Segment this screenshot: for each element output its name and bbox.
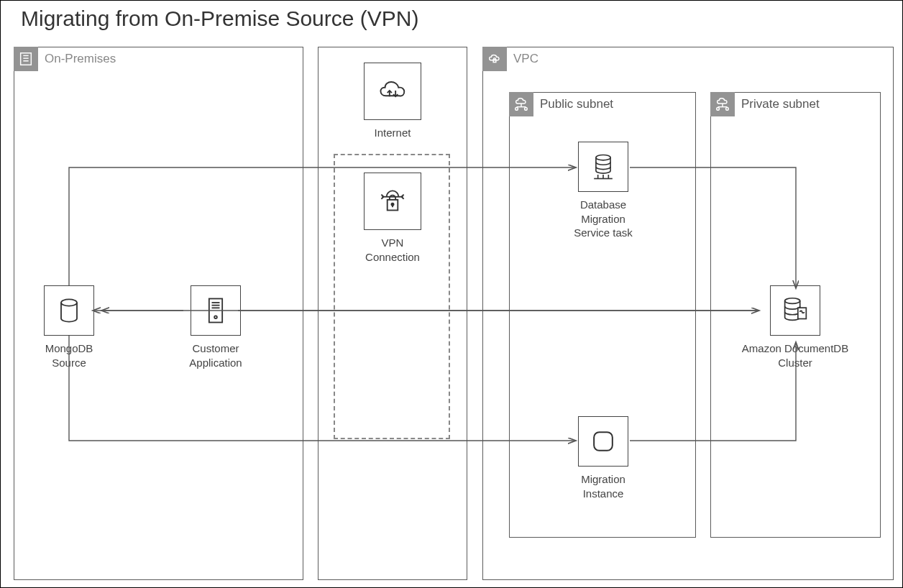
svg-point-29 — [785, 298, 800, 304]
svg-point-11 — [717, 108, 720, 111]
node-label: CustomerApplication — [183, 341, 248, 369]
server-icon — [191, 285, 241, 336]
vpc-icon — [482, 47, 507, 71]
svg-rect-4 — [493, 60, 496, 63]
node-label: Amazon DocumentDBCluster — [741, 341, 849, 369]
diagram-title: Migrating from On-Premise Source (VPN) — [21, 6, 418, 31]
node-internet: Internet — [364, 63, 421, 140]
dms-icon — [578, 142, 628, 192]
internet-icon — [364, 63, 421, 120]
documentdb-icon — [770, 285, 820, 336]
group-label: Private subnet — [741, 97, 820, 111]
svg-point-17 — [61, 299, 77, 306]
group-label: On-Premises — [45, 52, 116, 66]
node-migration-instance: MigrationInstance — [567, 416, 639, 500]
public-subnet-icon — [509, 92, 533, 116]
node-label: DatabaseMigrationService task — [567, 198, 639, 240]
private-subnet-icon — [710, 92, 735, 116]
node-vpn: VPNConnection — [364, 173, 421, 264]
node-mongodb: MongoDBSource — [37, 285, 101, 369]
node-label: MigrationInstance — [567, 472, 639, 500]
svg-point-12 — [726, 108, 729, 111]
svg-point-7 — [515, 108, 518, 111]
node-label: VPNConnection — [364, 236, 421, 264]
node-label: MongoDBSource — [37, 341, 101, 369]
database-icon — [44, 285, 94, 336]
onprem-icon — [14, 47, 38, 71]
node-dms-task: DatabaseMigrationService task — [567, 142, 639, 240]
node-label: Internet — [364, 126, 421, 140]
svg-point-22 — [214, 316, 217, 318]
vpn-icon — [364, 173, 421, 230]
group-label: VPC — [513, 52, 538, 66]
svg-rect-0 — [21, 53, 32, 65]
svg-rect-28 — [594, 432, 613, 451]
instance-icon — [578, 416, 628, 467]
svg-point-8 — [525, 108, 528, 111]
svg-point-23 — [596, 155, 610, 160]
group-label: Public subnet — [540, 97, 613, 111]
node-documentdb: Amazon DocumentDBCluster — [741, 285, 849, 369]
node-customer-app: CustomerApplication — [183, 285, 248, 369]
